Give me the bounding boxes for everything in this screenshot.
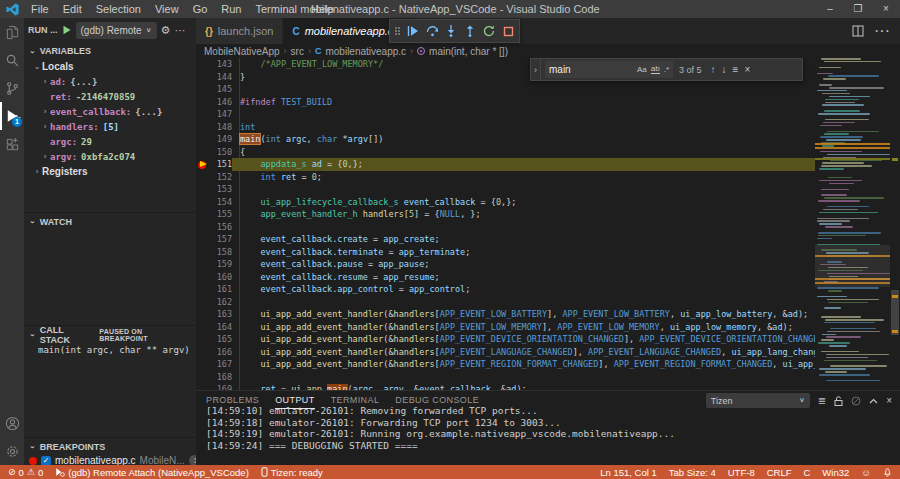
- find-previous-icon[interactable]: ↑: [711, 64, 716, 75]
- variable-row[interactable]: ret:-2146470859: [24, 89, 196, 104]
- minimap[interactable]: [815, 58, 890, 390]
- code-line[interactable]: 158 event_callback.terminate = app_termi…: [196, 246, 815, 259]
- glyph-margin[interactable]: [196, 296, 210, 309]
- code-editor[interactable]: 143 /*APP_EVENT_LOW_MEMORY*/144}145146#i…: [196, 58, 900, 390]
- variable-row[interactable]: ›event_callback:{...}: [24, 104, 196, 119]
- glyph-margin[interactable]: [196, 333, 210, 346]
- code-line[interactable]: 146#ifndef TEST_BUILD: [196, 96, 815, 109]
- code-line[interactable]: 162: [196, 296, 815, 309]
- continue-icon[interactable]: [405, 22, 421, 40]
- search-icon[interactable]: [0, 46, 24, 74]
- menu-file[interactable]: File: [24, 3, 56, 15]
- code-line[interactable]: 150{: [196, 146, 815, 159]
- tab-launch-json[interactable]: {} launch.json: [196, 18, 283, 44]
- watch-header[interactable]: ⌄ WATCH: [24, 213, 196, 230]
- code-line[interactable]: 161 event_callback.app_control = app_con…: [196, 283, 815, 296]
- menu-view[interactable]: View: [148, 3, 186, 15]
- word-wrap-icon[interactable]: ≣: [818, 396, 826, 406]
- settings-gear-icon[interactable]: [0, 437, 24, 465]
- vertical-scrollbar[interactable]: [890, 58, 900, 390]
- drag-handle-icon[interactable]: [395, 27, 400, 35]
- restart-icon[interactable]: [481, 22, 497, 40]
- step-out-icon[interactable]: [462, 22, 478, 40]
- glyph-margin[interactable]: [196, 221, 210, 234]
- glyph-margin[interactable]: [196, 146, 210, 159]
- call-stack-header[interactable]: ⌄ CALL STACK PAUSED ON BREAKPOINT: [24, 326, 196, 343]
- glyph-margin[interactable]: [196, 58, 210, 71]
- glyph-margin[interactable]: [196, 133, 210, 146]
- glyph-margin[interactable]: [196, 233, 210, 246]
- code-line[interactable]: 169 ret = ui_app_main(argc, argv, &event…: [196, 383, 815, 390]
- extensions-icon[interactable]: [0, 130, 24, 158]
- close-icon[interactable]: ×: [872, 0, 900, 18]
- menu-selection[interactable]: Selection: [89, 3, 148, 15]
- registers-row[interactable]: ›Registers: [24, 164, 196, 179]
- code-line[interactable]: 147: [196, 108, 815, 121]
- glyph-margin[interactable]: [196, 171, 210, 184]
- glyph-margin[interactable]: [196, 321, 210, 334]
- run-debug-icon[interactable]: 1: [0, 102, 24, 130]
- code-line[interactable]: 153: [196, 183, 815, 196]
- regex-icon[interactable]: .*: [664, 66, 669, 74]
- glyph-margin[interactable]: [196, 358, 210, 371]
- status-item[interactable]: Ln 151, Col 1: [600, 467, 657, 478]
- launch-config-select[interactable]: (gdb) Remote ∨: [76, 22, 157, 39]
- explorer-icon[interactable]: [0, 18, 24, 46]
- breakpoint-checkbox[interactable]: ✓: [41, 456, 51, 466]
- glyph-margin[interactable]: [196, 83, 210, 96]
- step-into-icon[interactable]: [443, 22, 459, 40]
- menu-go[interactable]: Go: [186, 3, 215, 15]
- variable-row[interactable]: ›ad:{...}: [24, 74, 196, 89]
- debug-session-status[interactable]: (gdb) Remote Attach (NativeApp_VSCode): [55, 467, 249, 478]
- code-line[interactable]: 160 event_callback.resume = app_resume;: [196, 271, 815, 284]
- glyph-margin[interactable]: [196, 108, 210, 121]
- restore-icon[interactable]: ❐: [844, 0, 872, 18]
- breadcrumb-item[interactable]: src: [291, 46, 304, 57]
- menu-terminal[interactable]: Terminal: [249, 3, 305, 15]
- find-in-selection-icon[interactable]: ≡: [733, 64, 739, 75]
- glyph-margin[interactable]: [196, 283, 210, 296]
- glyph-margin[interactable]: [196, 258, 210, 271]
- glyph-margin[interactable]: [196, 246, 210, 259]
- more-actions-icon[interactable]: ···: [174, 25, 185, 36]
- variable-row[interactable]: ›handlers:[5]: [24, 119, 196, 134]
- find-next-icon[interactable]: ↓: [722, 64, 727, 75]
- output-channel-select[interactable]: Tizen ∨: [706, 393, 810, 408]
- minimize-icon[interactable]: –: [816, 0, 844, 18]
- find-collapse-icon[interactable]: ›: [531, 59, 541, 80]
- maximize-panel-icon[interactable]: [869, 398, 878, 404]
- status-item[interactable]: CRLF: [767, 467, 792, 478]
- scroll-lock-icon[interactable]: [834, 396, 843, 406]
- variable-row[interactable]: argc:29: [24, 134, 196, 149]
- status-item[interactable]: Tab Size: 4: [669, 467, 716, 478]
- code-line[interactable]: 151 appdata_s ad = {0,};: [196, 158, 815, 171]
- status-item[interactable]: C: [803, 467, 810, 478]
- notifications-bell-icon[interactable]: [883, 467, 892, 477]
- glyph-margin[interactable]: [196, 121, 210, 134]
- code-line[interactable]: 157 event_callback.create = app_create;: [196, 233, 815, 246]
- glyph-margin[interactable]: [196, 271, 210, 284]
- glyph-margin[interactable]: [196, 71, 210, 84]
- breadcrumb-item[interactable]: mobilenativeapp.c: [325, 46, 406, 57]
- glyph-margin[interactable]: [196, 371, 210, 384]
- variables-header[interactable]: ⌄ VARIABLES: [24, 42, 196, 59]
- code-line[interactable]: 149main(int argc, char *argv[]): [196, 133, 815, 146]
- whole-word-icon[interactable]: ab: [651, 65, 660, 74]
- code-line[interactable]: 166 ui_app_add_event_handler(&handlers[A…: [196, 346, 815, 359]
- code-line[interactable]: 164 ui_app_add_event_handler(&handlers[A…: [196, 321, 815, 334]
- find-input[interactable]: main Aa ab .*: [545, 61, 673, 78]
- stack-frame[interactable]: main(int argc, char ** argv): [24, 343, 196, 358]
- split-editor-icon[interactable]: [852, 25, 864, 37]
- code-line[interactable]: 145: [196, 83, 815, 96]
- breakpoint-item[interactable]: ✓ mobilenativeapp.c MobileN... 151: [24, 455, 196, 465]
- code-line[interactable]: 152 int ret = 0;: [196, 171, 815, 184]
- clear-output-icon[interactable]: [851, 396, 861, 406]
- minimap-slider[interactable]: [815, 245, 890, 287]
- status-item[interactable]: UTF-8: [728, 467, 755, 478]
- menu-run[interactable]: Run: [214, 3, 248, 15]
- code-line[interactable]: 148int: [196, 121, 815, 134]
- close-panel-icon[interactable]: ×: [886, 396, 892, 406]
- glyph-margin[interactable]: [196, 346, 210, 359]
- output-log[interactable]: [14:59:10] emulator-26101: Removing forw…: [196, 405, 900, 465]
- account-icon[interactable]: [0, 409, 24, 437]
